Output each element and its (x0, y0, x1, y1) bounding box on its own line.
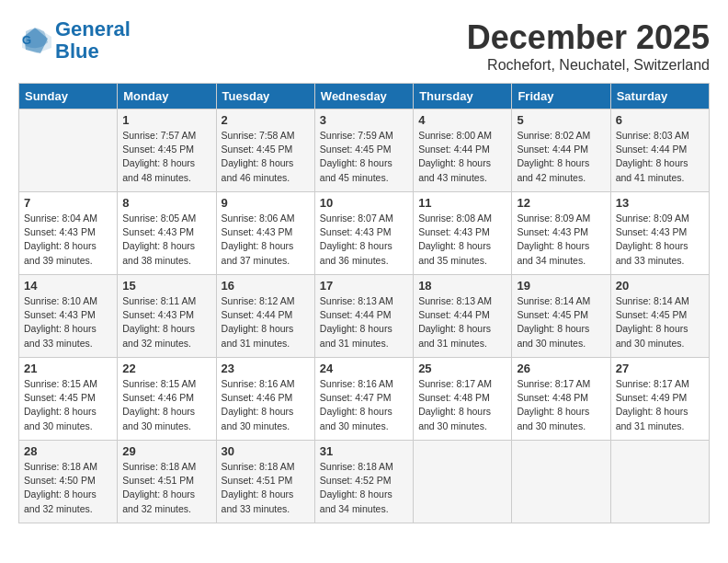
day-number: 14 (24, 279, 112, 293)
calendar-cell-w3-d1: 15 Sunrise: 8:11 AM Sunset: 4:43 PM Dayl… (118, 275, 216, 358)
calendar-table: Sunday Monday Tuesday Wednesday Thursday… (18, 83, 710, 523)
daylight: Daylight: 8 hours and 31 minutes. (616, 406, 688, 431)
sunrise: Sunrise: 8:18 AM (122, 461, 196, 472)
sunrise: Sunrise: 8:13 AM (320, 295, 393, 306)
day-number: 6 (616, 113, 704, 127)
sunset: Sunset: 4:43 PM (122, 226, 194, 237)
calendar-cell-w4-d5: 26 Sunrise: 8:17 AM Sunset: 4:48 PM Dayl… (512, 358, 610, 441)
sunrise: Sunrise: 8:00 AM (418, 130, 492, 141)
sunrise: Sunrise: 8:18 AM (222, 461, 295, 472)
sunrise: Sunrise: 8:09 AM (517, 213, 590, 224)
sunrise: Sunrise: 8:06 AM (222, 213, 295, 224)
daylight: Daylight: 8 hours and 30 minutes. (517, 323, 589, 348)
day-number: 16 (222, 279, 310, 293)
day-number: 7 (24, 196, 112, 210)
day-info: Sunrise: 8:09 AM Sunset: 4:43 PM Dayligh… (616, 212, 704, 268)
calendar-cell-w2-d0: 7 Sunrise: 8:04 AM Sunset: 4:43 PM Dayli… (19, 192, 118, 275)
calendar-cell-w4-d0: 21 Sunrise: 8:15 AM Sunset: 4:45 PM Dayl… (19, 358, 118, 441)
day-info: Sunrise: 8:14 AM Sunset: 4:45 PM Dayligh… (616, 294, 704, 350)
day-info: Sunrise: 8:18 AM Sunset: 4:51 PM Dayligh… (222, 460, 310, 516)
day-number: 27 (616, 362, 704, 375)
calendar-week-1: 1 Sunrise: 7:57 AM Sunset: 4:45 PM Dayli… (19, 109, 710, 192)
day-info: Sunrise: 8:18 AM Sunset: 4:51 PM Dayligh… (122, 460, 210, 516)
daylight: Daylight: 8 hours and 30 minutes. (122, 406, 195, 431)
calendar-week-3: 14 Sunrise: 8:10 AM Sunset: 4:43 PM Dayl… (19, 275, 710, 358)
sunrise: Sunrise: 8:03 AM (616, 130, 689, 141)
daylight: Daylight: 8 hours and 43 minutes. (418, 157, 491, 182)
day-info: Sunrise: 8:05 AM Sunset: 4:43 PM Dayligh… (122, 212, 210, 268)
sunset: Sunset: 4:43 PM (616, 226, 688, 237)
sunrise: Sunrise: 8:04 AM (24, 213, 97, 224)
sunset: Sunset: 4:48 PM (517, 392, 588, 403)
daylight: Daylight: 8 hours and 34 minutes. (320, 488, 392, 513)
day-info: Sunrise: 8:06 AM Sunset: 4:43 PM Dayligh… (222, 212, 310, 268)
sunrise: Sunrise: 7:57 AM (122, 130, 196, 141)
day-number: 1 (122, 113, 210, 127)
day-info: Sunrise: 7:58 AM Sunset: 4:45 PM Dayligh… (222, 129, 310, 185)
logo-text: General Blue (55, 18, 131, 63)
daylight: Daylight: 8 hours and 30 minutes. (24, 406, 97, 431)
sunrise: Sunrise: 7:58 AM (222, 130, 295, 141)
calendar-cell-w4-d6: 27 Sunrise: 8:17 AM Sunset: 4:49 PM Dayl… (610, 358, 709, 441)
daylight: Daylight: 8 hours and 46 minutes. (222, 157, 294, 182)
sunset: Sunset: 4:51 PM (122, 475, 194, 486)
day-number: 24 (320, 362, 408, 375)
page-header: G General Blue December 2025 Rochefort, … (18, 18, 710, 74)
day-number: 11 (418, 196, 506, 210)
day-number: 18 (418, 279, 506, 293)
sunrise: Sunrise: 8:12 AM (222, 295, 295, 306)
day-number: 26 (517, 362, 605, 375)
calendar-cell-w2-d2: 9 Sunrise: 8:06 AM Sunset: 4:43 PM Dayli… (216, 192, 314, 275)
header-sunday: Sunday (19, 84, 118, 109)
sunset: Sunset: 4:43 PM (517, 226, 588, 237)
daylight: Daylight: 8 hours and 45 minutes. (320, 157, 392, 182)
day-info: Sunrise: 7:59 AM Sunset: 4:45 PM Dayligh… (320, 129, 408, 185)
day-number: 15 (122, 279, 210, 293)
daylight: Daylight: 8 hours and 35 minutes. (418, 240, 491, 265)
daylight: Daylight: 8 hours and 41 minutes. (616, 157, 688, 182)
daylight: Daylight: 8 hours and 30 minutes. (418, 406, 491, 431)
sunset: Sunset: 4:51 PM (222, 475, 293, 486)
calendar-cell-w1-d2: 2 Sunrise: 7:58 AM Sunset: 4:45 PM Dayli… (216, 109, 314, 192)
day-number: 31 (320, 444, 408, 458)
header-saturday: Saturday (610, 84, 709, 109)
day-info: Sunrise: 8:17 AM Sunset: 4:49 PM Dayligh… (616, 377, 704, 433)
sunset: Sunset: 4:52 PM (320, 475, 392, 486)
day-info: Sunrise: 8:00 AM Sunset: 4:44 PM Dayligh… (418, 129, 506, 185)
calendar-cell-w1-d5: 5 Sunrise: 8:02 AM Sunset: 4:44 PM Dayli… (512, 109, 610, 192)
calendar-cell-w4-d3: 24 Sunrise: 8:16 AM Sunset: 4:47 PM Dayl… (314, 358, 413, 441)
calendar-cell-w5-d1: 29 Sunrise: 8:18 AM Sunset: 4:51 PM Dayl… (118, 441, 216, 523)
sunset: Sunset: 4:43 PM (222, 226, 293, 237)
sunrise: Sunrise: 8:08 AM (418, 213, 492, 224)
calendar-week-4: 21 Sunrise: 8:15 AM Sunset: 4:45 PM Dayl… (19, 358, 710, 441)
calendar-body: 1 Sunrise: 7:57 AM Sunset: 4:45 PM Dayli… (19, 109, 710, 523)
svg-text:G: G (22, 33, 31, 47)
daylight: Daylight: 8 hours and 30 minutes. (320, 406, 392, 431)
calendar-cell-w3-d2: 16 Sunrise: 8:12 AM Sunset: 4:44 PM Dayl… (216, 275, 314, 358)
sunrise: Sunrise: 8:16 AM (222, 378, 295, 389)
calendar-cell-w4-d2: 23 Sunrise: 8:16 AM Sunset: 4:46 PM Dayl… (216, 358, 314, 441)
logo-line2: Blue (55, 40, 99, 63)
sunset: Sunset: 4:49 PM (616, 392, 688, 403)
sunrise: Sunrise: 8:15 AM (122, 378, 196, 389)
header-row: Sunday Monday Tuesday Wednesday Thursday… (19, 84, 710, 109)
calendar-cell-w5-d0: 28 Sunrise: 8:18 AM Sunset: 4:50 PM Dayl… (19, 441, 118, 523)
sunrise: Sunrise: 8:18 AM (320, 461, 393, 472)
calendar-header: Sunday Monday Tuesday Wednesday Thursday… (19, 84, 710, 109)
calendar-cell-w1-d1: 1 Sunrise: 7:57 AM Sunset: 4:45 PM Dayli… (118, 109, 216, 192)
sunset: Sunset: 4:45 PM (616, 309, 688, 320)
calendar-cell-w4-d4: 25 Sunrise: 8:17 AM Sunset: 4:48 PM Dayl… (414, 358, 512, 441)
header-monday: Monday (118, 84, 216, 109)
sunset: Sunset: 4:44 PM (616, 144, 688, 155)
calendar-cell-w2-d1: 8 Sunrise: 8:05 AM Sunset: 4:43 PM Dayli… (118, 192, 216, 275)
sunrise: Sunrise: 8:11 AM (122, 295, 196, 306)
day-info: Sunrise: 8:13 AM Sunset: 4:44 PM Dayligh… (418, 294, 506, 350)
day-info: Sunrise: 8:18 AM Sunset: 4:50 PM Dayligh… (24, 460, 112, 516)
daylight: Daylight: 8 hours and 30 minutes. (517, 406, 589, 431)
sunset: Sunset: 4:46 PM (122, 392, 194, 403)
day-info: Sunrise: 8:16 AM Sunset: 4:47 PM Dayligh… (320, 377, 408, 433)
sunset: Sunset: 4:50 PM (24, 475, 96, 486)
day-info: Sunrise: 8:15 AM Sunset: 4:46 PM Dayligh… (122, 377, 210, 433)
calendar-cell-w1-d0 (19, 109, 118, 192)
daylight: Daylight: 8 hours and 34 minutes. (517, 240, 589, 265)
